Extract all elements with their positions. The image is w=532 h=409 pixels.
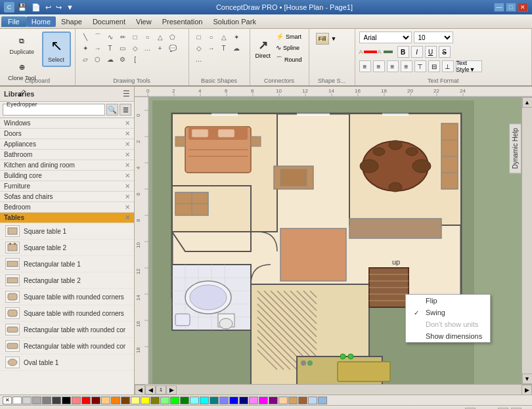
- quick-access-more[interactable]: ▼: [65, 3, 75, 11]
- close-furniture-icon[interactable]: ✕: [125, 183, 130, 190]
- close-bedroom-icon[interactable]: ✕: [125, 204, 130, 211]
- category-bedroom[interactable]: Bedroom✕: [0, 202, 134, 213]
- no-color-swatch[interactable]: ✕: [3, 397, 12, 404]
- color-charcoal[interactable]: [52, 397, 61, 404]
- context-menu-flip[interactable]: Flip: [406, 295, 490, 307]
- fill-dropdown[interactable]: ▼: [331, 35, 337, 42]
- scroll-track-h[interactable]: [177, 385, 521, 395]
- color-peach[interactable]: [278, 397, 288, 404]
- bs-cloud[interactable]: ☁: [231, 43, 242, 53]
- color-red[interactable]: [81, 397, 91, 404]
- bold-button[interactable]: B: [397, 46, 409, 58]
- lib-item-square-rounded-1[interactable]: Square table with rounded corners: [0, 289, 134, 305]
- color-dark-red[interactable]: [91, 397, 100, 404]
- triangle-tool[interactable]: △: [154, 32, 166, 42]
- category-doors[interactable]: Doors✕: [0, 129, 134, 139]
- lib-item-rect-rounded-2[interactable]: Rectangular table with rounded cor: [0, 338, 134, 355]
- scroll-up-button[interactable]: ▲: [522, 97, 533, 108]
- color-orange[interactable]: [111, 397, 120, 404]
- spline-connector-button[interactable]: ∿ Spline: [275, 43, 303, 53]
- scroll-down-button[interactable]: ▼: [522, 374, 533, 384]
- color-dark-gray[interactable]: [42, 397, 51, 404]
- lib-item-square-table-2[interactable]: Square table 2: [0, 240, 134, 256]
- scroll-left-button[interactable]: ◀: [135, 385, 145, 395]
- quick-access-save[interactable]: 💾: [16, 3, 28, 12]
- menu-solution-park[interactable]: Solution Park: [208, 16, 261, 27]
- duplicate-button[interactable]: ⧉ Duplicate: [4, 32, 40, 56]
- color-navy[interactable]: [239, 397, 248, 404]
- color-light-magenta[interactable]: [249, 397, 258, 404]
- color-brown[interactable]: [121, 397, 130, 404]
- select-button[interactable]: ↖ Select: [42, 32, 71, 67]
- lib-item-rect-table-2[interactable]: Rectangular table 2: [0, 272, 134, 289]
- align-center-button[interactable]: ≡: [373, 60, 385, 72]
- valign-mid-button[interactable]: ⊟: [428, 60, 440, 72]
- eyedropper-button[interactable]: 🖊 Eyedropper: [4, 84, 40, 109]
- bs-circle[interactable]: ○: [206, 32, 217, 42]
- context-menu-show-dimensions[interactable]: Show dimensions: [406, 330, 490, 342]
- color-sky[interactable]: [318, 397, 327, 404]
- bs-diamond[interactable]: ◇: [193, 43, 205, 53]
- text-style-button[interactable]: Text Style▼: [456, 60, 482, 72]
- close-appliances-icon[interactable]: ✕: [125, 140, 130, 148]
- pencil-tool[interactable]: ✏: [117, 32, 129, 42]
- close-building-icon[interactable]: ✕: [125, 172, 130, 179]
- color-magenta[interactable]: [259, 397, 268, 404]
- dynamic-help-tab[interactable]: Dynamic Help: [509, 123, 521, 173]
- diamond-tool[interactable]: ◇: [129, 43, 141, 53]
- lib-item-square-rounded-2[interactable]: Square table with rounded corners: [0, 305, 134, 322]
- circle-tool[interactable]: ○: [142, 32, 154, 42]
- category-kitchen[interactable]: Kitchen and dining room✕: [0, 160, 134, 171]
- category-appliances[interactable]: Appliances✕: [0, 139, 134, 150]
- color-light-yellow[interactable]: [131, 397, 140, 404]
- color-purple[interactable]: [269, 397, 278, 404]
- underline-button[interactable]: U: [425, 46, 437, 58]
- close-kitchen-icon[interactable]: ✕: [125, 161, 130, 169]
- text-tool[interactable]: T: [104, 43, 116, 53]
- library-search-button[interactable]: 🔍: [106, 104, 118, 116]
- libraries-icon[interactable]: ☰: [123, 89, 130, 98]
- category-sofas[interactable]: Sofas and chairs✕: [0, 192, 134, 202]
- color-white[interactable]: [12, 397, 22, 404]
- menu-shape[interactable]: Shape: [56, 16, 87, 27]
- valign-bot-button[interactable]: ⊥: [442, 60, 454, 72]
- align-justify-button[interactable]: ≡: [401, 60, 412, 72]
- rect-tool[interactable]: □: [129, 32, 141, 42]
- curve-tool[interactable]: ∿: [104, 32, 116, 42]
- round-connector-button[interactable]: ⌒ Round: [275, 54, 303, 66]
- align-right-button[interactable]: ≡: [387, 60, 399, 72]
- color-cyan[interactable]: [200, 397, 209, 404]
- close-button[interactable]: ✕: [518, 3, 528, 12]
- star-tool[interactable]: ✦: [79, 43, 91, 53]
- arrow-tool[interactable]: →: [92, 43, 104, 53]
- color-light-blue[interactable]: [219, 397, 229, 404]
- rounded-rect-tool[interactable]: ▭: [117, 43, 129, 53]
- color-light-red[interactable]: [72, 397, 81, 404]
- color-blue[interactable]: [229, 397, 238, 404]
- maximize-button[interactable]: □: [506, 3, 516, 12]
- color-teal[interactable]: [210, 397, 219, 404]
- page-indicator[interactable]: 1: [156, 385, 166, 395]
- menu-file[interactable]: File: [1, 16, 26, 27]
- menu-document[interactable]: Document: [87, 16, 131, 27]
- bs-rect[interactable]: □: [193, 32, 205, 42]
- italic-button[interactable]: I: [411, 46, 423, 58]
- bs-triangle[interactable]: △: [218, 32, 230, 42]
- category-tables[interactable]: Tables✕: [0, 213, 134, 223]
- gear-shape[interactable]: ⚙: [117, 54, 129, 64]
- color-tan[interactable]: [288, 397, 298, 404]
- fill-button[interactable]: Fill ▼: [313, 32, 351, 46]
- minimize-button[interactable]: —: [494, 3, 504, 12]
- bs-star[interactable]: ✦: [231, 32, 242, 42]
- color-black[interactable]: [62, 397, 71, 404]
- close-bathroom-icon[interactable]: ✕: [125, 151, 130, 158]
- parallelogram-tool[interactable]: ▱: [79, 54, 91, 64]
- close-doors-icon[interactable]: ✕: [125, 130, 130, 137]
- category-windows[interactable]: Windows✕: [0, 118, 134, 129]
- context-menu-swing[interactable]: ✓ Swing: [406, 307, 490, 318]
- color-light-sky[interactable]: [308, 397, 317, 404]
- poly-tool[interactable]: ⬠: [167, 32, 179, 42]
- font-size-dropdown[interactable]: 10: [414, 32, 453, 43]
- line-tool[interactable]: ╲: [79, 32, 91, 42]
- quick-access-redo[interactable]: ↪: [55, 3, 63, 12]
